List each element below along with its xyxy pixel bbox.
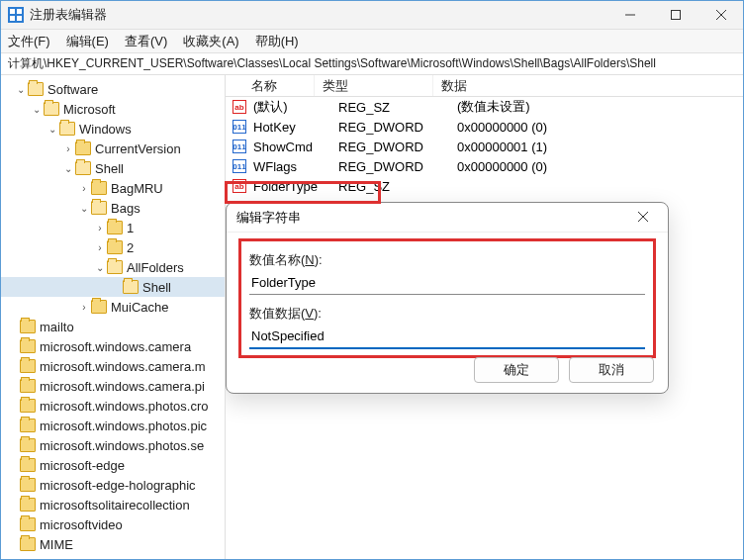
- reg-sz-icon: ab: [230, 179, 249, 193]
- tree-node-bagmru[interactable]: ›BagMRU: [0, 178, 225, 198]
- svg-rect-3: [10, 16, 15, 21]
- tree-node[interactable]: microsoft.windows.photos.pic: [0, 416, 225, 435]
- dialog-titlebar[interactable]: 编辑字符串: [227, 203, 668, 233]
- tree-node[interactable]: microsoft-edge: [0, 455, 225, 475]
- tree-node-shell-selected[interactable]: Shell: [0, 277, 225, 297]
- col-name[interactable]: 名称: [226, 75, 315, 96]
- folder-icon: [20, 359, 36, 373]
- value-row-showcmd[interactable]: 011 ShowCmd REG_DWORD 0x00000001 (1): [226, 137, 744, 156]
- chevron-down-icon[interactable]: ⌄: [46, 124, 59, 135]
- menu-edit[interactable]: 编辑(E): [66, 33, 109, 50]
- folder-icon: [107, 260, 123, 274]
- chevron-right-icon[interactable]: ›: [93, 242, 107, 253]
- reg-sz-icon: ab: [230, 100, 249, 114]
- folder-icon: [59, 122, 75, 136]
- svg-rect-4: [17, 16, 22, 21]
- tree-node[interactable]: MIME: [0, 534, 225, 554]
- cancel-button[interactable]: 取消: [569, 357, 654, 383]
- chevron-down-icon[interactable]: ⌄: [93, 262, 107, 273]
- tree-node[interactable]: microsoftsolitairecollection: [0, 495, 225, 514]
- tree-node[interactable]: microsoftvideo: [0, 514, 225, 534]
- close-button[interactable]: [698, 0, 744, 30]
- menu-favorites[interactable]: 收藏夹(A): [183, 33, 238, 50]
- folder-icon: [20, 517, 36, 531]
- edit-string-dialog: 编辑字符串 数值名称(N): 数值数据(V): 确定 取消: [226, 202, 669, 394]
- value-row-hotkey[interactable]: 011 HotKey REG_DWORD 0x00000000 (0): [226, 117, 744, 137]
- tree-node[interactable]: mailto: [0, 317, 225, 336]
- tree-node-bags[interactable]: ⌄Bags: [0, 198, 225, 218]
- tree-node-windows[interactable]: ⌄Windows: [0, 119, 225, 139]
- folder-icon: [91, 201, 107, 215]
- folder-icon: [28, 82, 44, 96]
- tree-node-muicache[interactable]: ›MuiCache: [0, 297, 225, 317]
- reg-dword-icon: 011: [230, 120, 249, 134]
- main-area: ⌄Software ⌄Microsoft ⌄Windows ›CurrentVe…: [0, 75, 744, 560]
- folder-icon: [20, 537, 36, 551]
- value-name-input[interactable]: [249, 271, 645, 295]
- tree-node[interactable]: microsoft-edge-holographic: [0, 475, 225, 495]
- folder-icon: [44, 102, 59, 116]
- svg-rect-6: [672, 10, 681, 19]
- tree-node[interactable]: microsoft.windows.photos.cro: [0, 396, 225, 416]
- tree-node-shell[interactable]: ⌄Shell: [0, 158, 225, 178]
- folder-icon: [20, 419, 36, 432]
- menu-help[interactable]: 帮助(H): [255, 33, 299, 50]
- values-pane[interactable]: 名称 类型 数据 ab (默认) REG_SZ (数值未设置) 011 HotK…: [226, 75, 744, 560]
- regedit-icon: [8, 7, 24, 23]
- col-type[interactable]: 类型: [315, 75, 433, 96]
- folder-icon: [123, 280, 139, 294]
- tree-pane[interactable]: ⌄Software ⌄Microsoft ⌄Windows ›CurrentVe…: [0, 75, 226, 560]
- chevron-right-icon[interactable]: ›: [77, 183, 91, 194]
- folder-icon: [91, 181, 107, 195]
- tree-node-1[interactable]: ›1: [0, 218, 225, 237]
- chevron-right-icon[interactable]: ›: [93, 223, 107, 233]
- svg-rect-2: [17, 9, 22, 14]
- chevron-right-icon[interactable]: ›: [77, 302, 91, 313]
- tree-node[interactable]: microsoft.windows.camera.pi: [0, 376, 225, 396]
- tree-node-microsoft[interactable]: ⌄Microsoft: [0, 99, 225, 119]
- value-data-label: 数值数据(V):: [249, 305, 645, 323]
- folder-icon: [107, 240, 123, 254]
- value-row-wflags[interactable]: 011 WFlags REG_DWORD 0x00000000 (0): [226, 156, 744, 176]
- tree-node[interactable]: microsoft.windows.photos.se: [0, 435, 225, 455]
- folder-icon: [107, 221, 123, 234]
- value-name-label: 数值名称(N):: [249, 251, 645, 269]
- tree-node-allfolders[interactable]: ⌄AllFolders: [0, 257, 225, 277]
- folder-icon: [20, 379, 36, 393]
- dialog-title-text: 编辑字符串: [236, 209, 301, 227]
- maximize-button[interactable]: [653, 0, 698, 30]
- value-data-input[interactable]: [249, 325, 645, 349]
- tree-node-software[interactable]: ⌄Software: [0, 79, 225, 99]
- folder-icon: [20, 478, 36, 492]
- folder-icon: [20, 498, 36, 512]
- dialog-buttons: 确定 取消: [474, 357, 654, 383]
- chevron-down-icon[interactable]: ⌄: [14, 84, 28, 95]
- reg-dword-icon: 011: [230, 159, 249, 173]
- menu-view[interactable]: 查看(V): [125, 33, 167, 50]
- folder-icon: [91, 300, 107, 314]
- address-bar[interactable]: 计算机\HKEY_CURRENT_USER\Software\Classes\L…: [0, 53, 744, 75]
- col-data[interactable]: 数据: [433, 75, 744, 96]
- chevron-down-icon[interactable]: ⌄: [77, 203, 91, 214]
- tree-node-2[interactable]: ›2: [0, 237, 225, 257]
- dialog-close-button[interactable]: [628, 210, 658, 225]
- menu-file[interactable]: 文件(F): [8, 33, 50, 50]
- chevron-down-icon[interactable]: ⌄: [61, 163, 75, 174]
- tree-node[interactable]: microsoft.windows.camera: [0, 336, 225, 356]
- folder-icon: [20, 339, 36, 353]
- highlight-annotation: 数值名称(N): 数值数据(V):: [238, 238, 656, 358]
- chevron-right-icon[interactable]: ›: [61, 143, 75, 154]
- chevron-down-icon[interactable]: ⌄: [30, 104, 44, 115]
- folder-icon: [20, 458, 36, 472]
- folder-icon: [20, 320, 36, 333]
- tree-node-currentversion[interactable]: ›CurrentVersion: [0, 139, 225, 158]
- ok-button[interactable]: 确定: [474, 357, 559, 383]
- folder-icon: [75, 161, 91, 175]
- reg-dword-icon: 011: [230, 140, 249, 153]
- window-title: 注册表编辑器: [30, 6, 607, 24]
- tree-node[interactable]: microsoft.windows.camera.m: [0, 356, 225, 376]
- value-row-default[interactable]: ab (默认) REG_SZ (数值未设置): [226, 97, 744, 117]
- minimize-button[interactable]: [607, 0, 653, 30]
- folder-icon: [20, 399, 36, 413]
- value-row-foldertype[interactable]: ab FolderType REG_SZ: [226, 176, 744, 196]
